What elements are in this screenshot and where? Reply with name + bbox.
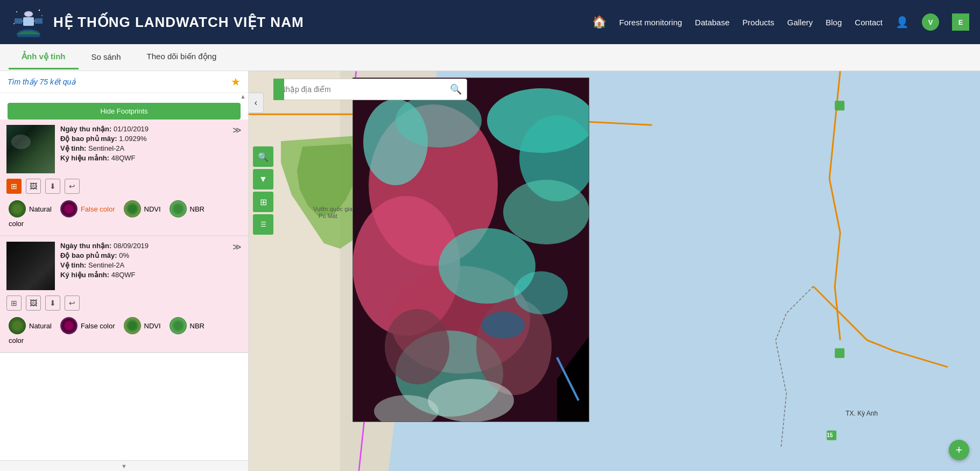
nav-products[interactable]: Products xyxy=(743,18,774,27)
grid-view-btn-1[interactable]: ⊞ xyxy=(6,179,22,194)
band-nbr-icon-2 xyxy=(170,317,187,334)
band-ndvi-1[interactable]: NDVI xyxy=(124,200,161,217)
map-area: ‹ 🔍 xyxy=(249,71,980,471)
layers-icon: ⊞ xyxy=(260,197,267,207)
svg-rect-0 xyxy=(23,17,34,26)
svg-text:Pù Mát: Pù Mát xyxy=(319,213,337,219)
expand-arrow-2[interactable]: ≫ xyxy=(232,242,242,290)
home-icon[interactable]: 🏠 xyxy=(592,15,607,29)
band-nbr-icon-1 xyxy=(170,200,187,217)
svg-point-8 xyxy=(16,11,17,12)
band-false-icon-1 xyxy=(60,200,77,217)
band-nbr-2[interactable]: NBR xyxy=(170,317,205,334)
tab-so-sanh[interactable]: So sánh xyxy=(79,46,134,69)
result-item-top-2: Ngày thu nhận: 08/09/2019 Độ bao phủ mây… xyxy=(6,242,242,290)
toggle-panel-button[interactable]: ‹ xyxy=(249,93,264,113)
subtext-1: color xyxy=(6,220,242,230)
map-toolbar: 🔍 ▼ ⊞ ☰ xyxy=(253,146,273,235)
menu-icon: ☰ xyxy=(260,221,266,228)
result-thumbnail-2 xyxy=(6,242,55,290)
tab-anh-ve-tinh[interactable]: Ảnh vệ tinh xyxy=(9,45,79,69)
svg-rect-4 xyxy=(34,20,36,22)
grid-view-btn-2[interactable]: ⊞ xyxy=(6,296,22,311)
logo-icon xyxy=(11,6,46,38)
code-row-1: Ký hiệu mảnh: 48QWF xyxy=(60,154,227,162)
band-nbr-label-1: NBR xyxy=(190,205,205,213)
band-natural-1[interactable]: Natural xyxy=(9,200,52,217)
svg-rect-13 xyxy=(835,101,844,110)
map-filter-tool-btn[interactable]: ▼ xyxy=(253,169,273,189)
result-info-1: Ngày thu nhận: 01/10/2019 Độ bao phủ mây… xyxy=(60,125,227,173)
hide-footprints-button[interactable]: Hide Footprints xyxy=(8,103,241,119)
band-false-icon-2 xyxy=(60,317,77,334)
svg-point-36 xyxy=(482,312,525,339)
star-icon[interactable]: ★ xyxy=(231,75,241,88)
zoom-in-button[interactable]: + xyxy=(949,440,969,460)
download-btn-2[interactable]: ⬇ xyxy=(45,296,60,311)
band-false-color-1[interactable]: False color xyxy=(60,200,115,217)
band-ndvi-icon-1 xyxy=(124,200,141,217)
result-count: Tìm thấy 75 kết quả xyxy=(8,78,76,86)
sidebar-top: Tìm thấy 75 kết quả ★ xyxy=(0,71,248,93)
code-row-2: Ký hiệu mảnh: 48QWF xyxy=(60,271,227,279)
lang-e-badge[interactable]: E xyxy=(952,13,969,31)
map-search-bar: 🔍 xyxy=(273,79,467,100)
result-actions-2: ⊞ 🖼 ⬇ ↩ xyxy=(6,293,242,313)
map-layers-tool-btn[interactable]: ⊞ xyxy=(253,192,273,212)
svg-rect-1 xyxy=(15,18,22,24)
lang-v-badge[interactable]: V xyxy=(922,13,939,31)
image-btn-1[interactable]: 🖼 xyxy=(26,179,41,194)
search-button[interactable]: 🔍 xyxy=(445,79,467,100)
nav-database[interactable]: Database xyxy=(695,18,729,27)
image-btn-2[interactable]: 🖼 xyxy=(26,296,41,311)
band-false-label-1: False color xyxy=(81,205,115,213)
band-natural-2[interactable]: Natural xyxy=(9,317,52,334)
scroll-up-indicator[interactable]: ▲ xyxy=(240,93,246,100)
map-menu-tool-btn[interactable]: ☰ xyxy=(253,214,273,235)
band-nbr-1[interactable]: NBR xyxy=(170,200,205,217)
header: HỆ THỐNG LANDWATCH VIỆT NAM 🏠 Forest mon… xyxy=(0,0,980,44)
sidebar: Tìm thấy 75 kết quả ★ ▲ Hide Footprints … xyxy=(0,71,249,471)
download-btn-1[interactable]: ⬇ xyxy=(45,179,60,194)
expand-arrow-1[interactable]: ≫ xyxy=(232,125,242,173)
results-list: Ngày thu nhận: 01/10/2019 Độ bao phủ mây… xyxy=(0,119,248,460)
search-icon: 🔍 xyxy=(450,83,462,95)
band-nbr-label-2: NBR xyxy=(190,322,205,330)
map-search-tool-icon: 🔍 xyxy=(258,152,269,162)
band-false-color-2[interactable]: False color xyxy=(60,317,115,334)
tab-theo-doi-bien-dong[interactable]: Theo dõi biến động xyxy=(134,45,230,69)
filter-icon: ▼ xyxy=(259,174,267,184)
result-info-2: Ngày thu nhận: 08/09/2019 Độ bao phủ mây… xyxy=(60,242,227,290)
nav-forest-monitoring[interactable]: Forest monitoring xyxy=(619,18,682,27)
share-btn-1[interactable]: ↩ xyxy=(65,179,80,194)
scroll-down-indicator[interactable]: ▼ xyxy=(121,463,127,469)
user-icon[interactable]: 👤 xyxy=(896,16,909,29)
result-item-top: Ngày thu nhận: 01/10/2019 Độ bao phủ mây… xyxy=(6,125,242,173)
band-false-label-2: False color xyxy=(81,322,115,330)
band-natural-icon-2 xyxy=(9,317,26,334)
result-thumbnail-1 xyxy=(6,125,55,173)
svg-text:Vườn quốc gia: Vườn quốc gia xyxy=(313,206,353,212)
result-item-2: Ngày thu nhận: 08/09/2019 Độ bao phủ mây… xyxy=(0,236,248,353)
nav-blog[interactable]: Blog xyxy=(826,18,842,27)
satellite-image-overlay xyxy=(352,78,589,422)
svg-point-34 xyxy=(428,379,514,422)
band-ndvi-2[interactable]: NDVI xyxy=(124,317,161,334)
map-search-tool-btn[interactable]: 🔍 xyxy=(253,146,273,167)
band-natural-icon-1 xyxy=(9,200,26,217)
header-left: HỆ THỐNG LANDWATCH VIỆT NAM xyxy=(11,6,304,38)
svg-text:15: 15 xyxy=(827,432,833,438)
svg-point-37 xyxy=(514,271,568,314)
share-btn-2[interactable]: ↩ xyxy=(65,296,80,311)
band-ndvi-label-1: NDVI xyxy=(144,205,161,213)
thumb-img-1 xyxy=(6,125,55,173)
band-ndvi-icon-2 xyxy=(124,317,141,334)
nav-contact[interactable]: Contact xyxy=(855,18,883,27)
nav-gallery[interactable]: Gallery xyxy=(787,18,813,27)
search-input[interactable] xyxy=(274,85,445,94)
result-item: Ngày thu nhận: 01/10/2019 Độ bao phủ mây… xyxy=(0,119,248,236)
cloud-row-2: Độ bao phủ mây: 0% xyxy=(60,251,227,259)
band-natural-label-1: Natural xyxy=(29,205,52,213)
svg-point-24 xyxy=(503,180,589,244)
date-row-1: Ngày thu nhận: 01/10/2019 xyxy=(60,125,227,133)
